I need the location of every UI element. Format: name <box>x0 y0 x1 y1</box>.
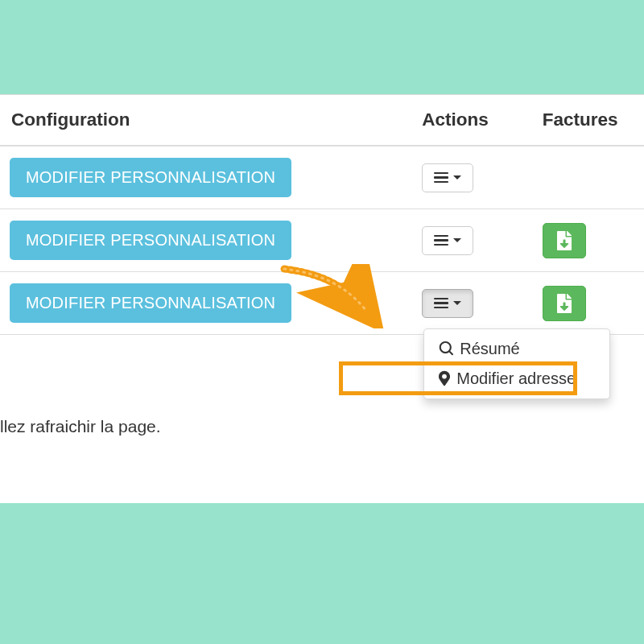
caret-down-icon <box>453 175 461 180</box>
menu-icon <box>434 235 448 246</box>
actions-dropdown-menu: Résumé Modifier adresse <box>423 328 610 399</box>
table-row: MODIFIER PERSONNALISATION <box>0 209 644 272</box>
actions-dropdown-button[interactable] <box>422 226 473 255</box>
modify-personalization-button[interactable]: MODIFIER PERSONNALISATION <box>10 158 291 197</box>
config-table: Configuration Actions Factures MODIFIER … <box>0 95 644 335</box>
dropdown-item-label: Modifier adresse <box>456 369 576 388</box>
file-pdf-icon <box>555 231 573 250</box>
dropdown-item-resume[interactable]: Résumé <box>424 334 609 364</box>
table-row: MODIFIER PERSONNALISATION <box>0 146 644 209</box>
header-factures: Factures <box>533 95 644 146</box>
modify-personalization-button[interactable]: MODIFIER PERSONNALISATION <box>10 283 291 323</box>
actions-dropdown-button[interactable] <box>422 163 473 192</box>
invoice-pdf-button[interactable] <box>543 286 586 321</box>
file-pdf-icon <box>555 294 573 313</box>
modify-personalization-button[interactable]: MODIFIER PERSONNALISATION <box>10 221 291 260</box>
table-row: MODIFIER PERSONNALISATION <box>0 272 644 335</box>
caret-down-icon <box>453 238 461 242</box>
actions-dropdown-button[interactable] <box>422 289 473 318</box>
search-icon <box>439 341 453 356</box>
dropdown-item-modifier-adresse[interactable]: Modifier adresse <box>424 364 609 394</box>
menu-icon <box>434 172 448 184</box>
header-configuration: Configuration <box>0 95 412 146</box>
dropdown-item-label: Résumé <box>460 340 519 358</box>
caret-down-icon <box>453 301 461 305</box>
content-panel: Configuration Actions Factures MODIFIER … <box>0 94 644 503</box>
invoice-pdf-button[interactable] <box>543 223 586 258</box>
menu-icon <box>434 298 448 309</box>
header-actions: Actions <box>412 95 533 146</box>
map-marker-icon <box>439 370 450 386</box>
refresh-page-text: llez rafraichir la page. <box>0 417 161 436</box>
